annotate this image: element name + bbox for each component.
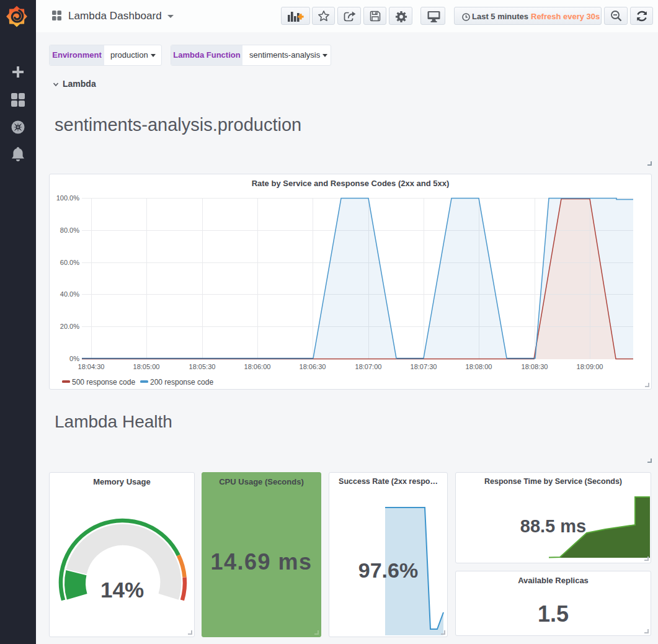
svg-text:18:09:00: 18:09:00 <box>577 363 603 370</box>
svg-text:18:05:30: 18:05:30 <box>189 363 216 370</box>
svg-text:100.0%: 100.0% <box>56 194 80 202</box>
svg-text:18:08:00: 18:08:00 <box>466 363 492 370</box>
svg-text:14%: 14% <box>100 578 144 602</box>
svg-text:40.0%: 40.0% <box>60 290 79 298</box>
svg-text:0%: 0% <box>69 355 79 362</box>
svg-text:18:04:30: 18:04:30 <box>78 363 105 370</box>
svg-text:500 response code: 500 response code <box>72 378 135 387</box>
svg-text:20.0%: 20.0% <box>60 323 79 330</box>
svg-text:60.0%: 60.0% <box>60 259 79 266</box>
svg-text:200 response code: 200 response code <box>150 378 213 387</box>
svg-text:18:06:30: 18:06:30 <box>300 363 326 370</box>
svg-text:18:05:00: 18:05:00 <box>133 363 160 370</box>
svg-text:18:06:00: 18:06:00 <box>244 363 271 370</box>
svg-text:80.0%: 80.0% <box>60 226 79 234</box>
svg-text:18:07:30: 18:07:30 <box>411 363 437 370</box>
svg-text:18:08:30: 18:08:30 <box>522 363 548 370</box>
svg-text:18:07:00: 18:07:00 <box>355 363 382 370</box>
